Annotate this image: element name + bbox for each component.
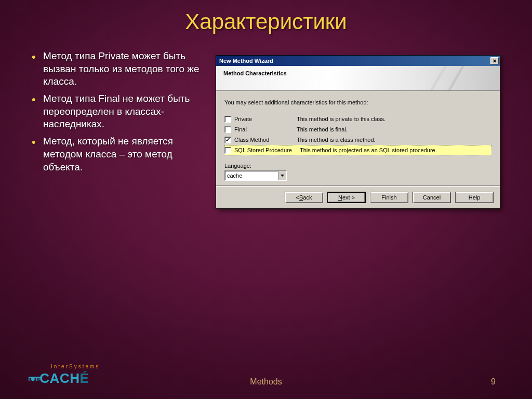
cancel-button[interactable]: Cancel	[413, 192, 451, 203]
finish-button[interactable]: Finish	[370, 192, 408, 203]
checkbox-sqlproc[interactable]	[224, 147, 231, 154]
slide-title: Характеристики	[0, 0, 532, 34]
footer-center: Methods	[250, 377, 282, 387]
instruction-text: You may select additional characteristic…	[224, 99, 491, 105]
banner-decoration	[396, 66, 500, 90]
svg-marker-0	[281, 175, 284, 177]
bullet-item: Метод типа Final не может быть переопред…	[29, 92, 200, 131]
option-desc: This method is private to this class.	[297, 116, 491, 122]
bullet-item: Метод типа Private может быть вызван тол…	[29, 50, 200, 88]
slide-footer: InterSystems EEE CACHÉ Methods 9	[0, 364, 532, 387]
chevron-down-icon	[281, 175, 284, 177]
logo: InterSystems EEE CACHÉ	[32, 364, 100, 387]
option-label: SQL Stored Procedure	[234, 147, 300, 153]
language-label: Language:	[224, 163, 491, 169]
wizard-dialog: New Method Wizard ✕ Method Characteristi…	[216, 55, 500, 209]
option-classmethod-row: ✔ Class Method This method is a class me…	[224, 135, 491, 145]
dialog-button-row: < Back Next > Finish Cancel Help	[216, 186, 500, 208]
logo-company: InterSystems	[51, 364, 100, 369]
option-desc: This method is projected as an SQL store…	[300, 147, 491, 153]
option-final-row: Final This method is final.	[224, 124, 491, 135]
logo-text: CACHÉ	[39, 370, 89, 387]
bullet-list: Метод типа Private может быть вызван тол…	[29, 50, 200, 209]
logo-icon: EEE	[29, 376, 41, 380]
language-value: cache	[225, 172, 278, 179]
dialog-banner: Method Characteristics	[216, 66, 500, 91]
checkbox-private[interactable]	[224, 116, 231, 123]
bullet-item: Метод, который не является методом класс…	[29, 135, 200, 174]
option-sqlproc-row: SQL Stored Procedure This method is proj…	[224, 145, 491, 155]
option-label: Private	[234, 116, 297, 122]
option-label: Final	[234, 126, 297, 132]
help-button[interactable]: Help	[455, 192, 494, 203]
dropdown-button[interactable]	[278, 171, 286, 180]
option-private-row: Private This method is private to this c…	[224, 114, 491, 124]
close-icon: ✕	[493, 58, 497, 64]
dialog-title: New Method Wizard	[219, 58, 490, 64]
dialog-titlebar[interactable]: New Method Wizard ✕	[216, 56, 500, 66]
option-desc: This method is final.	[297, 126, 491, 132]
checkbox-final[interactable]	[224, 126, 231, 133]
page-number: 9	[491, 377, 496, 387]
option-desc: This method is a class method.	[297, 137, 491, 143]
next-button[interactable]: Next >	[327, 192, 366, 203]
language-combobox[interactable]: cache	[224, 170, 287, 181]
close-button[interactable]: ✕	[490, 57, 499, 64]
checkbox-classmethod[interactable]: ✔	[224, 137, 231, 143]
option-label: Class Method	[234, 137, 297, 143]
back-button[interactable]: < Back	[285, 192, 323, 203]
